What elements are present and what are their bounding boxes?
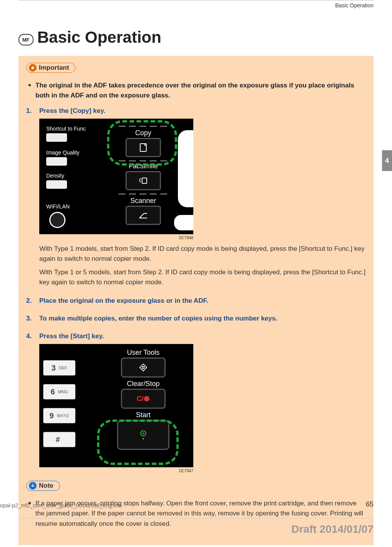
- panel-right-slab: [178, 130, 193, 207]
- clear-stop-symbol: C/: [137, 395, 144, 403]
- clear-stop-label: Clear/Stop: [109, 380, 178, 388]
- step-number: 3.: [26, 315, 39, 322]
- bullet-icon: [28, 84, 31, 86]
- figure-label: DCT848: [39, 236, 193, 240]
- keypad-hash: #: [43, 432, 75, 447]
- top-rule: [18, 0, 374, 0]
- draft-stamp: Draft 2014/01/07: [291, 523, 374, 535]
- content-area: MF Basic Operation Important The origina…: [18, 28, 374, 545]
- step-title: Press the [Copy] key.: [39, 107, 366, 115]
- printer-panel-2: 3DEF 6MNO 9WXYZ # User Tools Clear/Stop: [39, 344, 193, 467]
- keypad-9: 9WXYZ: [43, 408, 75, 423]
- star-icon: [29, 64, 37, 72]
- scanner-label: Scanner: [116, 197, 170, 205]
- arrow-down-icon: [29, 482, 37, 490]
- steps-list: 1. Press the [Copy] key. Shortcut to Fun…: [26, 107, 366, 475]
- highlight-dashed-icon: [97, 419, 179, 465]
- svg-rect-4: [140, 364, 147, 371]
- note-label: Note: [39, 482, 54, 490]
- document-page: Basic Operation 4 MF Basic Operation Imp…: [0, 0, 392, 547]
- mf-badge: MF: [18, 34, 34, 45]
- step-2: 2. Place the original on the exposure gl…: [26, 297, 366, 309]
- highlight-dashed-icon: [107, 120, 177, 166]
- running-head: Basic Operation: [335, 2, 374, 8]
- start-label: Start: [109, 411, 178, 419]
- step-number: 1.: [26, 107, 39, 115]
- user-tools-label: User Tools: [109, 349, 178, 357]
- softkey-icon: [46, 133, 67, 142]
- figure-2: 3DEF 6MNO 9WXYZ # User Tools Clear/Stop: [39, 344, 366, 473]
- image-quality-label: Image Quality: [46, 149, 79, 156]
- step-title: To make multiple copies, enter the numbe…: [39, 315, 366, 322]
- svg-point-5: [142, 366, 144, 369]
- step-title: Press the [Start] key.: [39, 332, 366, 340]
- step-paragraph: With Type 1 models, start from Step 2. I…: [39, 244, 366, 263]
- body-box: Important The original in the ADF takes …: [18, 56, 374, 545]
- scanner-button-icon: [126, 206, 161, 225]
- chapter-tab: 4: [382, 150, 392, 171]
- step-number: 4.: [26, 332, 39, 340]
- step-title: Place the original on the exposure glass…: [39, 297, 366, 305]
- note-callout: Note: [26, 481, 60, 491]
- divider-icon: — — — — —: [116, 190, 170, 198]
- footer-filename: opal-p2_mf2_com_user_guide_00142092_eng.…: [0, 502, 122, 508]
- important-text: The original in the ADF takes precedence…: [35, 81, 366, 100]
- user-tools-button-icon: [121, 357, 166, 378]
- softkey-icon: [46, 157, 67, 166]
- important-label: Important: [39, 64, 69, 72]
- step-1: 1. Press the [Copy] key. Shortcut to Fun…: [26, 107, 366, 291]
- figure-1: Shortcut to Func Image Quality Density W…: [39, 119, 366, 240]
- density-label: Density: [46, 173, 64, 179]
- clear-stop-button-icon: C/: [121, 389, 166, 409]
- svg-rect-3: [142, 178, 147, 183]
- keypad-6: 6MNO: [43, 384, 75, 399]
- keypad-3: 3DEF: [43, 360, 75, 376]
- footer-rule: [18, 518, 374, 518]
- fax-button-icon: [126, 171, 161, 190]
- panel-right-slab-2: [174, 215, 193, 230]
- step-3: 3. To make multiple copies, enter the nu…: [26, 315, 366, 326]
- page-number: 65: [366, 500, 374, 508]
- softkey-icon: [46, 180, 67, 189]
- printer-panel-1: Shortcut to Func Image Quality Density W…: [39, 119, 193, 234]
- step-4: 4. Press the [Start] key. 3DEF 6MNO 9WXY…: [26, 332, 366, 475]
- page-title: Basic Operation: [37, 28, 161, 47]
- step-number: 2.: [26, 297, 39, 305]
- shortcut-label: Shortcut to Func: [46, 126, 86, 132]
- figure-label: DCT847: [39, 469, 193, 473]
- step-paragraph: With Type 1 or 5 models, start from Step…: [39, 267, 366, 287]
- wifi-label: WIFI/LAN: [46, 203, 70, 210]
- important-bullet-row: The original in the ADF takes precedence…: [28, 81, 366, 100]
- wifi-knob-icon: [49, 212, 65, 228]
- svg-marker-0: [31, 66, 35, 70]
- important-callout: Important: [26, 63, 75, 73]
- title-row: MF Basic Operation: [18, 28, 374, 47]
